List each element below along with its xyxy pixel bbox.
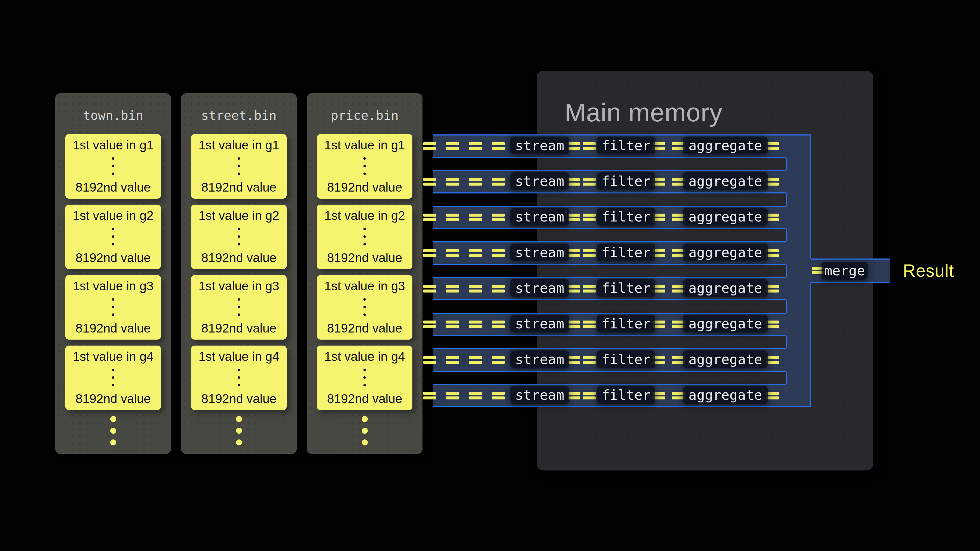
equals-dash-icon bbox=[492, 392, 505, 399]
equals-dash-icon bbox=[672, 321, 685, 328]
equals-dash-icon bbox=[766, 214, 779, 221]
merge-connector-band: merge bbox=[811, 259, 889, 283]
equals-dash-icon bbox=[583, 178, 596, 186]
pipeline-band: streamfilteraggregate bbox=[433, 384, 786, 407]
aggregate-stage-box: aggregate bbox=[683, 279, 768, 297]
spine-right-border bbox=[810, 134, 811, 259]
equals-dash-icon bbox=[423, 356, 436, 364]
last-value-label: 8192nd value bbox=[75, 391, 151, 406]
first-value-label: 1st value in g4 bbox=[324, 349, 405, 364]
aggregate-stage-box: aggregate bbox=[683, 351, 768, 368]
filter-stage-box: filter bbox=[597, 243, 655, 261]
ellipsis-dots-icon bbox=[363, 369, 366, 386]
stream-stage-box: stream bbox=[511, 386, 569, 404]
ellipsis-dots-icon bbox=[238, 157, 240, 175]
file-overflow-dots-icon bbox=[181, 416, 297, 445]
equals-dash-icon bbox=[446, 285, 459, 292]
equals-dash-icon bbox=[568, 142, 581, 150]
value-group-block: 1st value in g1 8192nd value bbox=[317, 134, 412, 198]
equals-dash-icon bbox=[766, 178, 779, 186]
equals-dash-icon bbox=[568, 178, 581, 186]
file-name-header: street.bin bbox=[181, 93, 297, 134]
ellipsis-dots-icon bbox=[112, 369, 115, 386]
equals-dash-icon bbox=[583, 142, 596, 150]
equals-dash-icon bbox=[469, 178, 482, 186]
first-value-label: 1st value in g2 bbox=[73, 208, 154, 223]
equals-dash-icon bbox=[672, 178, 685, 186]
file-overflow-dots-icon bbox=[307, 416, 423, 445]
ellipsis-dots-icon bbox=[238, 369, 240, 386]
equals-dash-icon bbox=[446, 142, 459, 150]
value-group-block: 1st value in g2 8192nd value bbox=[191, 205, 286, 269]
equals-dash-icon bbox=[672, 392, 685, 399]
last-value-label: 8192nd value bbox=[201, 391, 276, 406]
last-value-label: 8192nd value bbox=[201, 180, 276, 195]
stream-stage-box: stream bbox=[511, 137, 569, 154]
equals-dash-icon bbox=[446, 356, 459, 364]
value-group-block: 1st value in g3 8192nd value bbox=[317, 275, 412, 340]
equals-dash-icon bbox=[568, 392, 581, 399]
first-value-label: 1st value in g1 bbox=[73, 138, 154, 152]
equals-dash-icon bbox=[492, 214, 505, 221]
equals-dash-icon bbox=[423, 142, 436, 150]
equals-dash-icon bbox=[492, 285, 505, 292]
ellipsis-dots-icon bbox=[238, 298, 240, 316]
stream-stage-box: stream bbox=[511, 208, 569, 225]
merge-box: merge bbox=[822, 262, 867, 280]
ellipsis-dots-icon bbox=[238, 228, 240, 245]
equals-dash-icon bbox=[446, 178, 459, 186]
stream-stage-box: stream bbox=[511, 279, 569, 297]
pipeline-band: streamfilteraggregate bbox=[433, 313, 786, 336]
pipeline-spine bbox=[786, 134, 811, 407]
value-group-block: 1st value in g3 8192nd value bbox=[191, 275, 286, 340]
equals-dash-icon bbox=[583, 321, 596, 328]
filter-stage-box: filter bbox=[597, 386, 655, 404]
equals-dash-icon bbox=[423, 178, 436, 186]
spine-right-border bbox=[810, 283, 811, 407]
filter-stage-box: filter bbox=[597, 137, 655, 154]
filter-stage-box: filter bbox=[597, 172, 655, 190]
equals-dash-icon bbox=[583, 285, 596, 292]
equals-dash-icon bbox=[469, 249, 482, 257]
filter-stage-box: filter bbox=[597, 315, 655, 332]
merge-label: merge bbox=[824, 263, 865, 279]
equals-dash-icon bbox=[568, 249, 581, 257]
value-group-block: 1st value in g2 8192nd value bbox=[317, 205, 412, 269]
equals-dash-icon bbox=[423, 214, 436, 221]
equals-dash-icon bbox=[766, 392, 779, 399]
equals-dash-icon bbox=[469, 285, 482, 292]
equals-dash-icon bbox=[568, 321, 581, 328]
last-value-label: 8192nd value bbox=[201, 250, 276, 265]
equals-dash-icon bbox=[583, 392, 596, 399]
first-value-label: 1st value in g3 bbox=[324, 279, 405, 293]
pipeline-band: streamfilteraggregate bbox=[433, 134, 786, 158]
group-list: 1st value in g1 8192nd value 1st value i… bbox=[181, 134, 297, 410]
first-value-label: 1st value in g3 bbox=[199, 279, 279, 293]
equals-dash-icon bbox=[469, 214, 482, 221]
aggregate-stage-box: aggregate bbox=[683, 243, 768, 261]
equals-dash-icon bbox=[583, 249, 596, 257]
equals-dash-icon bbox=[469, 142, 482, 150]
equals-dash-icon bbox=[766, 249, 779, 257]
stream-stage-box: stream bbox=[511, 315, 569, 332]
last-value-label: 8192nd value bbox=[75, 321, 151, 335]
equals-dash-icon bbox=[492, 142, 505, 150]
group-list: 1st value in g1 8192nd value 1st value i… bbox=[55, 134, 171, 410]
ellipsis-dots-icon bbox=[112, 157, 115, 175]
equals-dash-icon bbox=[568, 285, 581, 292]
last-value-label: 8192nd value bbox=[201, 321, 276, 335]
value-group-block: 1st value in g1 8192nd value bbox=[65, 134, 161, 198]
pipeline-band: streamfilteraggregate bbox=[433, 241, 786, 265]
first-value-label: 1st value in g2 bbox=[199, 208, 279, 223]
equals-dash-icon bbox=[766, 321, 779, 328]
aggregate-stage-box: aggregate bbox=[683, 208, 768, 225]
spine-gap-border bbox=[786, 300, 787, 313]
file-column: price.bin 1st value in g1 8192nd value 1… bbox=[307, 93, 423, 454]
pipeline-band: streamfilteraggregate bbox=[433, 170, 786, 194]
equals-dash-icon bbox=[583, 214, 596, 221]
equals-dash-icon bbox=[492, 178, 505, 186]
value-group-block: 1st value in g1 8192nd value bbox=[191, 134, 286, 198]
spine-gap-border bbox=[786, 336, 787, 348]
equals-dash-icon bbox=[766, 142, 779, 150]
first-value-label: 1st value in g1 bbox=[199, 138, 279, 152]
